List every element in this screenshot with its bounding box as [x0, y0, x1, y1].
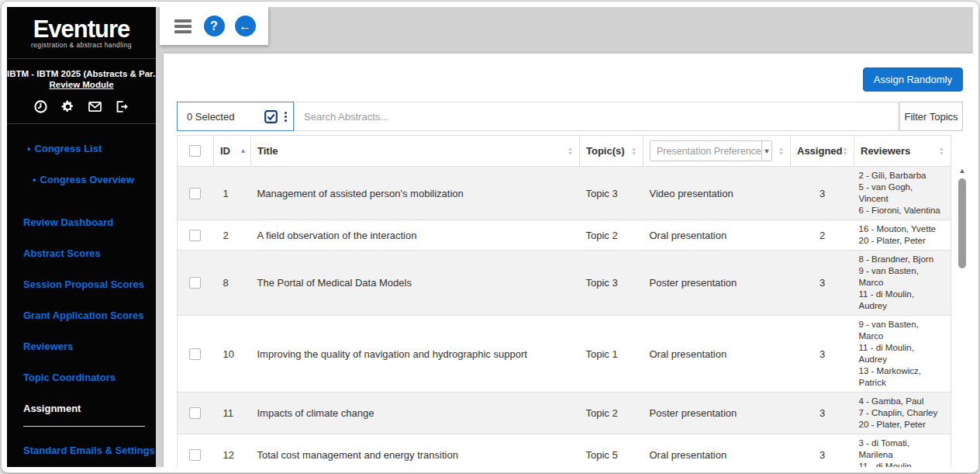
sidebar-item-reviewers[interactable]: •Reviewers: [23, 339, 145, 354]
kebab-menu-icon[interactable]: [285, 112, 287, 122]
row-checkbox-cell: [178, 167, 214, 220]
row-id: 2: [214, 220, 251, 251]
filter-topics-button[interactable]: Filter Topics: [899, 102, 963, 131]
table-row: 11 Impacts of climate change Topic 2 Pos…: [178, 393, 951, 434]
table-scrollbar[interactable]: ▲: [956, 135, 968, 467]
chevron-down-icon[interactable]: ▼: [761, 141, 771, 161]
row-presentation-preference: Oral presentation: [644, 316, 791, 393]
row-checkbox[interactable]: [189, 407, 201, 419]
sort-icon: ▲▼: [631, 147, 637, 156]
row-checkbox[interactable]: [189, 188, 201, 199]
header-id[interactable]: ID▲: [214, 136, 251, 167]
select-all-header: [178, 136, 214, 167]
reviewer-line: 4 - Gamba, Paul: [859, 396, 947, 407]
sidebar-item-label: Topic Coordinators: [23, 372, 116, 383]
logo-title: Eventure: [7, 16, 156, 43]
sort-icon[interactable]: ▲▼: [778, 147, 784, 156]
sidebar-item-assignment[interactable]: •Assignment: [23, 401, 145, 427]
sidebar-item-grant-application-scores[interactable]: •Grant Application Scores: [23, 308, 145, 323]
reviewer-line: 9 - van Basten,: [859, 319, 947, 330]
reviewer-line: 11 - di Moulin,: [859, 342, 947, 354]
row-checkbox[interactable]: [189, 277, 201, 289]
logo-tagline: registration & abstract handling: [7, 41, 156, 49]
reviewer-line: 2 - Gili, Barbarba: [859, 170, 947, 182]
back-glyph: ←: [235, 16, 256, 36]
review-module-link[interactable]: Review Module: [7, 80, 156, 89]
bullet-icon: •: [27, 143, 31, 154]
back-icon[interactable]: ←: [233, 15, 257, 38]
reviewer-line: Patrick: [859, 377, 947, 389]
header-topics[interactable]: Topic(s)▲▼: [580, 136, 644, 167]
reviewer-line: Marco: [859, 330, 947, 342]
menu-icon[interactable]: [171, 15, 195, 38]
row-id: 11: [214, 393, 251, 434]
sidebar-item-review-dashboard[interactable]: •Review Dashboard: [23, 215, 145, 230]
row-reviewers: 2 - Gili, Barbarba5 - van Gogh,Vincent6 …: [854, 167, 951, 220]
select-all-checkbox[interactable]: [189, 145, 201, 157]
sidebar-item-abstract-scores[interactable]: •Abstract Scores: [23, 246, 145, 261]
row-id: 12: [214, 434, 251, 468]
content-panel: Assign Randomly 0 Selected Filter Topics: [164, 54, 973, 467]
row-assigned-count: 3: [791, 316, 854, 393]
row-checkbox[interactable]: [189, 348, 201, 360]
abstracts-table: ID▲ Title▲▼ Topic(s)▲▼: [177, 135, 951, 467]
sidebar-item-topic-coordinators[interactable]: •Topic Coordinators: [23, 370, 145, 385]
main-area: ? ← Assign Randomly 0 Selected Filte: [156, 7, 973, 467]
logout-icon[interactable]: [115, 99, 129, 114]
sidebar-item-congress-overview[interactable]: •Congress Overview: [23, 172, 145, 187]
reviewer-line: Vincent: [859, 193, 947, 205]
scroll-up-arrow[interactable]: ▲: [956, 166, 968, 175]
sidebar-item-label: Standard Emails & Settings: [23, 445, 155, 456]
row-checkbox-cell: [178, 220, 214, 251]
scrollbar-thumb[interactable]: [958, 178, 966, 268]
assign-row: Assign Randomly: [177, 67, 966, 92]
search-input[interactable]: [294, 102, 899, 131]
header-title[interactable]: Title▲▼: [251, 136, 580, 167]
sidebar-nav: •Congress List•Congress Overview•Review …: [7, 141, 156, 467]
row-checkbox[interactable]: [189, 230, 201, 241]
top-toolbar: ? ←: [160, 7, 268, 45]
row-assigned-count: 2: [791, 220, 854, 251]
row-id: 1: [214, 167, 251, 220]
row-presentation-preference: Poster presentation: [644, 251, 791, 316]
selection-menu[interactable]: 0 Selected: [177, 102, 294, 131]
reviewer-line: Marilena: [859, 449, 947, 461]
header-assigned[interactable]: Assigned▲▼: [791, 136, 854, 167]
reviewer-line: 7 - Chaplin, Charley: [859, 407, 947, 419]
sidebar-item-label: Session Proposal Scores: [23, 279, 144, 290]
table-row: 10 Improving the quality of navigation a…: [178, 316, 951, 393]
reviewer-line: 13 - Markowicz,: [859, 365, 947, 377]
reviewer-line: 11 - di Moulin,: [859, 289, 947, 300]
table-row: 1 Management of assisted person's mobili…: [178, 167, 951, 220]
row-id: 8: [214, 251, 251, 316]
presentation-preference-filter[interactable]: Presentation Preference ▼: [650, 140, 772, 161]
reviewer-line: Audrey: [859, 300, 947, 312]
reviewer-line: 5 - van Gogh,: [859, 182, 947, 193]
bullet-icon: •: [33, 174, 36, 185]
reviewer-line: 20 - Plater, Peter: [859, 419, 947, 431]
selected-count-label: 0 Selected: [187, 111, 234, 123]
sidebar: Eventure registration & abstract handlin…: [7, 7, 156, 467]
history-icon[interactable]: [33, 99, 48, 114]
row-assigned-count: 3: [791, 167, 854, 220]
sidebar-item-standard-emails-settings[interactable]: •Standard Emails & Settings: [23, 443, 145, 458]
reviewer-line: 20 - Plater, Peter: [859, 235, 947, 247]
assign-randomly-button[interactable]: Assign Randomly: [863, 67, 963, 92]
sidebar-item-session-proposal-scores[interactable]: •Session Proposal Scores: [23, 277, 145, 292]
sort-asc-icon: ▲: [240, 147, 247, 154]
row-checkbox[interactable]: [189, 449, 201, 461]
row-checkbox-cell: [178, 316, 214, 393]
sidebar-divider: [7, 123, 156, 124]
sidebar-item-congress-list[interactable]: •Congress List: [23, 141, 145, 156]
email-icon[interactable]: [88, 99, 102, 114]
header-reviewers[interactable]: Reviewers▲▼: [854, 136, 951, 167]
reviewer-line: 3 - di Tomati,: [859, 438, 947, 449]
row-reviewers: 16 - Mouton, Yvette20 - Plater, Peter: [854, 220, 951, 251]
settings-gear-icon[interactable]: [60, 99, 75, 114]
row-reviewers: 8 - Brandner, Bjorn9 - van Basten,Marco1…: [854, 251, 951, 316]
table-row: 2 A field observation of the interaction…: [178, 220, 951, 251]
row-checkbox-cell: [178, 251, 214, 316]
row-assigned-count: 3: [791, 434, 854, 468]
checked-checkbox-icon[interactable]: [264, 110, 278, 123]
help-icon[interactable]: ?: [202, 15, 226, 38]
